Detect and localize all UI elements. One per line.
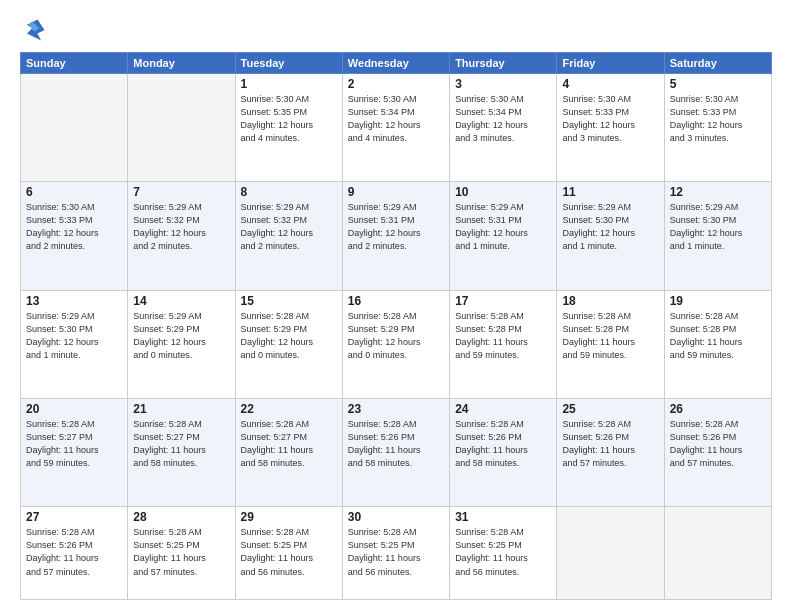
day-info: Sunrise: 5:28 AM Sunset: 5:27 PM Dayligh…: [241, 418, 337, 470]
day-number: 7: [133, 185, 229, 199]
calendar-cell: [21, 74, 128, 182]
calendar-cell: 2Sunrise: 5:30 AM Sunset: 5:34 PM Daylig…: [342, 74, 449, 182]
calendar-table: SundayMondayTuesdayWednesdayThursdayFrid…: [20, 52, 772, 600]
day-number: 12: [670, 185, 766, 199]
calendar-cell: 31Sunrise: 5:28 AM Sunset: 5:25 PM Dayli…: [450, 507, 557, 600]
day-info: Sunrise: 5:29 AM Sunset: 5:30 PM Dayligh…: [670, 201, 766, 253]
day-number: 29: [241, 510, 337, 524]
calendar-cell: [664, 507, 771, 600]
calendar-cell: 16Sunrise: 5:28 AM Sunset: 5:29 PM Dayli…: [342, 290, 449, 398]
day-info: Sunrise: 5:28 AM Sunset: 5:28 PM Dayligh…: [670, 310, 766, 362]
day-info: Sunrise: 5:28 AM Sunset: 5:26 PM Dayligh…: [26, 526, 122, 578]
calendar-cell: 30Sunrise: 5:28 AM Sunset: 5:25 PM Dayli…: [342, 507, 449, 600]
calendar-cell: 7Sunrise: 5:29 AM Sunset: 5:32 PM Daylig…: [128, 182, 235, 290]
day-number: 30: [348, 510, 444, 524]
calendar-cell: 27Sunrise: 5:28 AM Sunset: 5:26 PM Dayli…: [21, 507, 128, 600]
day-number: 6: [26, 185, 122, 199]
day-number: 18: [562, 294, 658, 308]
calendar-cell: 20Sunrise: 5:28 AM Sunset: 5:27 PM Dayli…: [21, 399, 128, 507]
day-number: 10: [455, 185, 551, 199]
calendar-cell: 18Sunrise: 5:28 AM Sunset: 5:28 PM Dayli…: [557, 290, 664, 398]
day-number: 19: [670, 294, 766, 308]
day-number: 16: [348, 294, 444, 308]
day-info: Sunrise: 5:28 AM Sunset: 5:28 PM Dayligh…: [455, 310, 551, 362]
calendar-week-row: 6Sunrise: 5:30 AM Sunset: 5:33 PM Daylig…: [21, 182, 772, 290]
calendar-cell: 26Sunrise: 5:28 AM Sunset: 5:26 PM Dayli…: [664, 399, 771, 507]
logo: [20, 16, 52, 44]
calendar-cell: 13Sunrise: 5:29 AM Sunset: 5:30 PM Dayli…: [21, 290, 128, 398]
calendar-cell: 29Sunrise: 5:28 AM Sunset: 5:25 PM Dayli…: [235, 507, 342, 600]
day-number: 9: [348, 185, 444, 199]
calendar-cell: 11Sunrise: 5:29 AM Sunset: 5:30 PM Dayli…: [557, 182, 664, 290]
calendar-week-row: 27Sunrise: 5:28 AM Sunset: 5:26 PM Dayli…: [21, 507, 772, 600]
day-number: 14: [133, 294, 229, 308]
day-info: Sunrise: 5:30 AM Sunset: 5:33 PM Dayligh…: [26, 201, 122, 253]
calendar-cell: 28Sunrise: 5:28 AM Sunset: 5:25 PM Dayli…: [128, 507, 235, 600]
calendar-cell: [128, 74, 235, 182]
weekday-header-friday: Friday: [557, 53, 664, 74]
day-info: Sunrise: 5:28 AM Sunset: 5:26 PM Dayligh…: [670, 418, 766, 470]
day-info: Sunrise: 5:28 AM Sunset: 5:27 PM Dayligh…: [133, 418, 229, 470]
day-info: Sunrise: 5:29 AM Sunset: 5:30 PM Dayligh…: [26, 310, 122, 362]
weekday-header-thursday: Thursday: [450, 53, 557, 74]
day-info: Sunrise: 5:29 AM Sunset: 5:32 PM Dayligh…: [133, 201, 229, 253]
calendar-cell: 5Sunrise: 5:30 AM Sunset: 5:33 PM Daylig…: [664, 74, 771, 182]
day-number: 24: [455, 402, 551, 416]
day-number: 21: [133, 402, 229, 416]
calendar-cell: 6Sunrise: 5:30 AM Sunset: 5:33 PM Daylig…: [21, 182, 128, 290]
calendar-cell: 17Sunrise: 5:28 AM Sunset: 5:28 PM Dayli…: [450, 290, 557, 398]
page: SundayMondayTuesdayWednesdayThursdayFrid…: [0, 0, 792, 612]
day-info: Sunrise: 5:29 AM Sunset: 5:31 PM Dayligh…: [455, 201, 551, 253]
day-info: Sunrise: 5:29 AM Sunset: 5:32 PM Dayligh…: [241, 201, 337, 253]
calendar-cell: 3Sunrise: 5:30 AM Sunset: 5:34 PM Daylig…: [450, 74, 557, 182]
day-info: Sunrise: 5:30 AM Sunset: 5:35 PM Dayligh…: [241, 93, 337, 145]
calendar-cell: 14Sunrise: 5:29 AM Sunset: 5:29 PM Dayli…: [128, 290, 235, 398]
logo-icon: [20, 16, 48, 44]
calendar-cell: 8Sunrise: 5:29 AM Sunset: 5:32 PM Daylig…: [235, 182, 342, 290]
calendar-cell: 21Sunrise: 5:28 AM Sunset: 5:27 PM Dayli…: [128, 399, 235, 507]
calendar-cell: 22Sunrise: 5:28 AM Sunset: 5:27 PM Dayli…: [235, 399, 342, 507]
day-info: Sunrise: 5:28 AM Sunset: 5:27 PM Dayligh…: [26, 418, 122, 470]
calendar-cell: 25Sunrise: 5:28 AM Sunset: 5:26 PM Dayli…: [557, 399, 664, 507]
day-info: Sunrise: 5:28 AM Sunset: 5:29 PM Dayligh…: [241, 310, 337, 362]
weekday-header-row: SundayMondayTuesdayWednesdayThursdayFrid…: [21, 53, 772, 74]
day-info: Sunrise: 5:28 AM Sunset: 5:25 PM Dayligh…: [241, 526, 337, 578]
day-info: Sunrise: 5:28 AM Sunset: 5:26 PM Dayligh…: [455, 418, 551, 470]
day-info: Sunrise: 5:29 AM Sunset: 5:29 PM Dayligh…: [133, 310, 229, 362]
day-info: Sunrise: 5:30 AM Sunset: 5:34 PM Dayligh…: [455, 93, 551, 145]
day-number: 20: [26, 402, 122, 416]
day-number: 15: [241, 294, 337, 308]
calendar-cell: [557, 507, 664, 600]
calendar-cell: 15Sunrise: 5:28 AM Sunset: 5:29 PM Dayli…: [235, 290, 342, 398]
day-number: 27: [26, 510, 122, 524]
day-number: 17: [455, 294, 551, 308]
day-number: 1: [241, 77, 337, 91]
day-number: 13: [26, 294, 122, 308]
calendar-week-row: 13Sunrise: 5:29 AM Sunset: 5:30 PM Dayli…: [21, 290, 772, 398]
day-info: Sunrise: 5:30 AM Sunset: 5:34 PM Dayligh…: [348, 93, 444, 145]
calendar-cell: 12Sunrise: 5:29 AM Sunset: 5:30 PM Dayli…: [664, 182, 771, 290]
calendar-week-row: 1Sunrise: 5:30 AM Sunset: 5:35 PM Daylig…: [21, 74, 772, 182]
day-info: Sunrise: 5:28 AM Sunset: 5:25 PM Dayligh…: [133, 526, 229, 578]
day-info: Sunrise: 5:29 AM Sunset: 5:31 PM Dayligh…: [348, 201, 444, 253]
weekday-header-sunday: Sunday: [21, 53, 128, 74]
calendar-cell: 24Sunrise: 5:28 AM Sunset: 5:26 PM Dayli…: [450, 399, 557, 507]
weekday-header-monday: Monday: [128, 53, 235, 74]
weekday-header-wednesday: Wednesday: [342, 53, 449, 74]
day-number: 11: [562, 185, 658, 199]
day-info: Sunrise: 5:30 AM Sunset: 5:33 PM Dayligh…: [670, 93, 766, 145]
day-info: Sunrise: 5:28 AM Sunset: 5:26 PM Dayligh…: [562, 418, 658, 470]
day-info: Sunrise: 5:29 AM Sunset: 5:30 PM Dayligh…: [562, 201, 658, 253]
day-number: 3: [455, 77, 551, 91]
day-number: 28: [133, 510, 229, 524]
day-info: Sunrise: 5:28 AM Sunset: 5:29 PM Dayligh…: [348, 310, 444, 362]
calendar-cell: 19Sunrise: 5:28 AM Sunset: 5:28 PM Dayli…: [664, 290, 771, 398]
calendar-cell: 23Sunrise: 5:28 AM Sunset: 5:26 PM Dayli…: [342, 399, 449, 507]
day-number: 31: [455, 510, 551, 524]
day-number: 23: [348, 402, 444, 416]
weekday-header-tuesday: Tuesday: [235, 53, 342, 74]
day-number: 2: [348, 77, 444, 91]
day-info: Sunrise: 5:28 AM Sunset: 5:25 PM Dayligh…: [348, 526, 444, 578]
day-info: Sunrise: 5:28 AM Sunset: 5:26 PM Dayligh…: [348, 418, 444, 470]
calendar-cell: 10Sunrise: 5:29 AM Sunset: 5:31 PM Dayli…: [450, 182, 557, 290]
